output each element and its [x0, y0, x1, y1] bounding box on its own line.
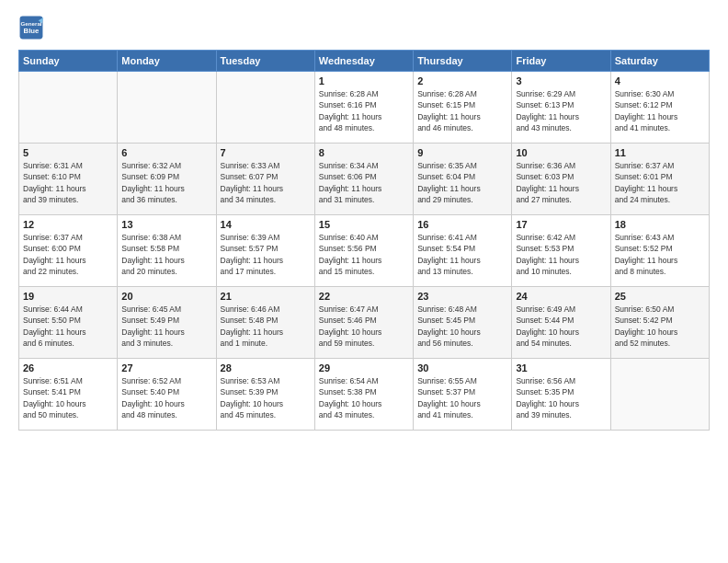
day-cell: 10Sunrise: 6:36 AM Sunset: 6:03 PM Dayli…: [512, 144, 610, 215]
day-cell: 2Sunrise: 6:28 AM Sunset: 6:15 PM Daylig…: [414, 72, 512, 144]
day-number: 28: [221, 362, 311, 373]
day-cell: [216, 72, 314, 144]
day-cell: 28Sunrise: 6:53 AM Sunset: 5:39 PM Dayli…: [216, 359, 314, 431]
day-cell: 19Sunrise: 6:44 AM Sunset: 5:50 PM Dayli…: [19, 287, 118, 359]
day-cell: 24Sunrise: 6:49 AM Sunset: 5:44 PM Dayli…: [512, 287, 610, 359]
week-row-4: 19Sunrise: 6:44 AM Sunset: 5:50 PM Dayli…: [19, 287, 710, 359]
day-cell: 13Sunrise: 6:38 AM Sunset: 5:58 PM Dayli…: [118, 215, 216, 287]
day-info: Sunrise: 6:56 AM Sunset: 5:35 PM Dayligh…: [516, 375, 606, 420]
day-cell: 30Sunrise: 6:55 AM Sunset: 5:37 PM Dayli…: [414, 359, 512, 431]
weekday-header-wednesday: Wednesday: [314, 51, 413, 72]
day-info: Sunrise: 6:55 AM Sunset: 5:37 PM Dayligh…: [417, 375, 507, 420]
day-number: 31: [516, 362, 606, 373]
weekday-header-tuesday: Tuesday: [216, 51, 314, 72]
day-cell: 20Sunrise: 6:45 AM Sunset: 5:49 PM Dayli…: [118, 287, 216, 359]
day-info: Sunrise: 6:50 AM Sunset: 5:42 PM Dayligh…: [615, 304, 705, 349]
weekday-header-friday: Friday: [512, 51, 610, 72]
day-info: Sunrise: 6:44 AM Sunset: 5:50 PM Dayligh…: [23, 304, 113, 349]
day-info: Sunrise: 6:53 AM Sunset: 5:39 PM Dayligh…: [221, 375, 311, 420]
day-info: Sunrise: 6:34 AM Sunset: 6:06 PM Dayligh…: [319, 160, 409, 205]
day-info: Sunrise: 6:38 AM Sunset: 5:58 PM Dayligh…: [121, 232, 211, 277]
day-cell: 26Sunrise: 6:51 AM Sunset: 5:41 PM Dayli…: [19, 359, 118, 431]
day-cell: 9Sunrise: 6:35 AM Sunset: 6:04 PM Daylig…: [414, 144, 512, 215]
day-info: Sunrise: 6:47 AM Sunset: 5:46 PM Dayligh…: [319, 304, 409, 349]
week-row-3: 12Sunrise: 6:37 AM Sunset: 6:00 PM Dayli…: [19, 215, 710, 287]
day-cell: 11Sunrise: 6:37 AM Sunset: 6:01 PM Dayli…: [610, 144, 709, 215]
day-info: Sunrise: 6:28 AM Sunset: 6:16 PM Dayligh…: [319, 88, 409, 133]
day-cell: 7Sunrise: 6:33 AM Sunset: 6:07 PM Daylig…: [216, 144, 314, 215]
day-info: Sunrise: 6:48 AM Sunset: 5:45 PM Dayligh…: [417, 304, 507, 349]
week-row-5: 26Sunrise: 6:51 AM Sunset: 5:41 PM Dayli…: [19, 359, 710, 431]
day-number: 29: [319, 362, 409, 373]
weekday-header-thursday: Thursday: [414, 51, 512, 72]
day-number: 2: [417, 75, 507, 86]
day-info: Sunrise: 6:52 AM Sunset: 5:40 PM Dayligh…: [121, 375, 211, 420]
logo: General Blue: [18, 15, 48, 40]
day-info: Sunrise: 6:45 AM Sunset: 5:49 PM Dayligh…: [121, 304, 211, 349]
day-info: Sunrise: 6:36 AM Sunset: 6:03 PM Dayligh…: [516, 160, 606, 205]
week-row-1: 1Sunrise: 6:28 AM Sunset: 6:16 PM Daylig…: [19, 72, 710, 144]
day-info: Sunrise: 6:35 AM Sunset: 6:04 PM Dayligh…: [417, 160, 507, 205]
day-cell: 12Sunrise: 6:37 AM Sunset: 6:00 PM Dayli…: [19, 215, 118, 287]
day-info: Sunrise: 6:46 AM Sunset: 5:48 PM Dayligh…: [221, 304, 311, 349]
svg-text:General: General: [20, 20, 41, 27]
day-number: 10: [516, 147, 606, 158]
day-cell: 5Sunrise: 6:31 AM Sunset: 6:10 PM Daylig…: [19, 144, 118, 215]
day-info: Sunrise: 6:40 AM Sunset: 5:56 PM Dayligh…: [319, 232, 409, 277]
day-number: 22: [319, 291, 409, 302]
day-cell: 31Sunrise: 6:56 AM Sunset: 5:35 PM Dayli…: [512, 359, 610, 431]
day-number: 16: [417, 219, 507, 230]
day-cell: 3Sunrise: 6:29 AM Sunset: 6:13 PM Daylig…: [512, 72, 610, 144]
day-number: 13: [121, 219, 211, 230]
header: General Blue: [18, 15, 710, 40]
day-cell: 1Sunrise: 6:28 AM Sunset: 6:16 PM Daylig…: [314, 72, 413, 144]
day-number: 17: [516, 219, 606, 230]
day-number: 11: [615, 147, 705, 158]
weekday-header-row: SundayMondayTuesdayWednesdayThursdayFrid…: [19, 51, 710, 72]
day-cell: [118, 72, 216, 144]
day-number: 7: [221, 147, 311, 158]
day-number: 27: [121, 362, 211, 373]
day-number: 14: [221, 219, 311, 230]
day-cell: 21Sunrise: 6:46 AM Sunset: 5:48 PM Dayli…: [216, 287, 314, 359]
day-cell: 25Sunrise: 6:50 AM Sunset: 5:42 PM Dayli…: [610, 287, 709, 359]
day-cell: [610, 359, 709, 431]
day-number: 12: [23, 219, 113, 230]
day-number: 20: [121, 291, 211, 302]
day-cell: 6Sunrise: 6:32 AM Sunset: 6:09 PM Daylig…: [118, 144, 216, 215]
day-info: Sunrise: 6:42 AM Sunset: 5:53 PM Dayligh…: [516, 232, 606, 277]
day-number: 15: [319, 219, 409, 230]
week-row-2: 5Sunrise: 6:31 AM Sunset: 6:10 PM Daylig…: [19, 144, 710, 215]
day-number: 8: [319, 147, 409, 158]
day-number: 21: [221, 291, 311, 302]
day-info: Sunrise: 6:43 AM Sunset: 5:52 PM Dayligh…: [615, 232, 705, 277]
day-cell: 8Sunrise: 6:34 AM Sunset: 6:06 PM Daylig…: [314, 144, 413, 215]
day-cell: 22Sunrise: 6:47 AM Sunset: 5:46 PM Dayli…: [314, 287, 413, 359]
day-cell: 14Sunrise: 6:39 AM Sunset: 5:57 PM Dayli…: [216, 215, 314, 287]
day-number: 9: [417, 147, 507, 158]
logo-icon: General Blue: [18, 15, 44, 40]
day-number: 3: [516, 75, 606, 86]
day-number: 5: [23, 147, 113, 158]
day-info: Sunrise: 6:51 AM Sunset: 5:41 PM Dayligh…: [23, 375, 113, 420]
day-info: Sunrise: 6:37 AM Sunset: 6:00 PM Dayligh…: [23, 232, 113, 277]
day-cell: 29Sunrise: 6:54 AM Sunset: 5:38 PM Dayli…: [314, 359, 413, 431]
day-info: Sunrise: 6:41 AM Sunset: 5:54 PM Dayligh…: [417, 232, 507, 277]
day-number: 25: [615, 291, 705, 302]
weekday-header-saturday: Saturday: [610, 51, 709, 72]
day-info: Sunrise: 6:49 AM Sunset: 5:44 PM Dayligh…: [516, 304, 606, 349]
day-info: Sunrise: 6:31 AM Sunset: 6:10 PM Dayligh…: [23, 160, 113, 205]
weekday-header-monday: Monday: [118, 51, 216, 72]
day-number: 26: [23, 362, 113, 373]
day-info: Sunrise: 6:33 AM Sunset: 6:07 PM Dayligh…: [221, 160, 311, 205]
day-number: 4: [615, 75, 705, 86]
day-cell: 23Sunrise: 6:48 AM Sunset: 5:45 PM Dayli…: [414, 287, 512, 359]
day-cell: 15Sunrise: 6:40 AM Sunset: 5:56 PM Dayli…: [314, 215, 413, 287]
day-number: 30: [417, 362, 507, 373]
day-info: Sunrise: 6:28 AM Sunset: 6:15 PM Dayligh…: [417, 88, 507, 133]
day-number: 24: [516, 291, 606, 302]
day-number: 1: [319, 75, 409, 86]
day-cell: [19, 72, 118, 144]
day-number: 18: [615, 219, 705, 230]
day-info: Sunrise: 6:32 AM Sunset: 6:09 PM Dayligh…: [121, 160, 211, 205]
